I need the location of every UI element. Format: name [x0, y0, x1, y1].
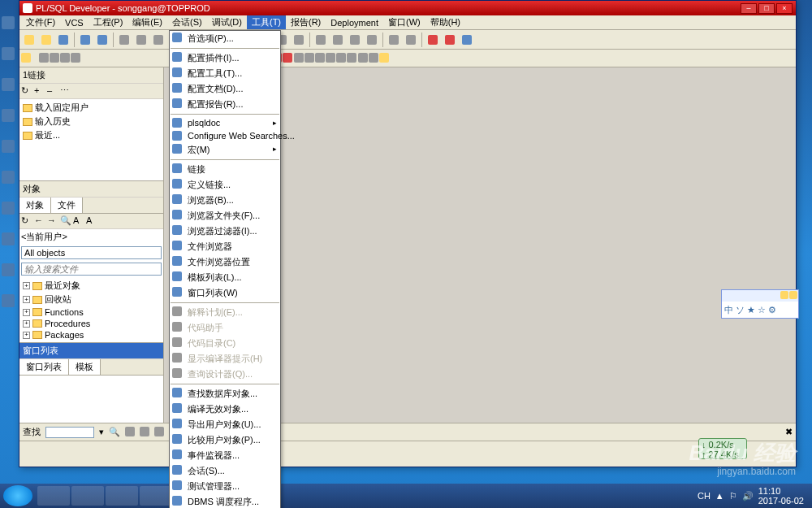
tab-窗口列表[interactable]: 窗口列表 — [19, 359, 69, 375]
toolbar-button[interactable] — [386, 32, 402, 48]
desktop-icon[interactable] — [2, 232, 15, 245]
refresh-icon[interactable]: ↻ — [21, 215, 32, 227]
ime-char[interactable]: 中 — [724, 304, 733, 316]
toggle-icon[interactable]: A — [73, 215, 84, 227]
save-button[interactable] — [55, 32, 71, 48]
toolbar-button[interactable] — [347, 53, 356, 64]
menu-item-doc[interactable]: 配置文档(D)... — [170, 81, 280, 97]
toolbar-button[interactable] — [369, 53, 378, 64]
start-button[interactable] — [3, 485, 32, 506]
menu-item-session[interactable]: 会话(S)... — [170, 463, 280, 479]
menu-h[interactable]: 帮助(H) — [425, 15, 465, 29]
menu-item-template[interactable]: 模板列表(L)... — [170, 270, 280, 285]
tray-icon[interactable]: ⚐ — [729, 491, 737, 501]
menu-item-test[interactable]: 测试管理器... — [170, 479, 280, 494]
forward-icon[interactable]: → — [47, 215, 58, 227]
ime-btn[interactable] — [780, 291, 788, 299]
menu-item-folder[interactable]: 浏览器文件夹(F)... — [170, 208, 280, 224]
toolbar-button[interactable] — [330, 32, 346, 48]
new-button[interactable] — [21, 32, 37, 48]
toolbar-button[interactable] — [60, 53, 70, 64]
menu-item-browser[interactable]: 浏览器(B)... — [170, 193, 280, 208]
menu-vcs[interactable]: VCS — [60, 17, 89, 28]
toolbar-button[interactable] — [336, 53, 346, 64]
menu-r[interactable]: 报告(R) — [286, 15, 326, 29]
toolbar-button[interactable] — [326, 53, 335, 64]
add-icon[interactable]: + — [34, 85, 45, 97]
menu-p[interactable]: 工程(P) — [89, 15, 128, 29]
toolbar-button[interactable] — [150, 32, 166, 48]
menu-item-filter[interactable]: 浏览器过滤器(I)... — [170, 224, 280, 239]
ime-char[interactable]: ☆ — [758, 305, 766, 315]
toolbar-button[interactable] — [304, 53, 314, 64]
menu-s[interactable]: 会话(S) — [167, 15, 207, 29]
toolbar-button[interactable] — [379, 53, 389, 64]
toolbar-button[interactable] — [442, 32, 458, 48]
ime-toolbar[interactable]: 中ソ★☆⚙ — [721, 289, 799, 319]
find-icon[interactable]: 🔍 — [60, 215, 71, 227]
toolbar-button[interactable] — [154, 427, 164, 438]
refresh-icon[interactable]: ↻ — [21, 85, 32, 97]
taskbar-item[interactable] — [37, 486, 70, 506]
tray-icon[interactable]: ▲ — [715, 491, 724, 501]
ime-char[interactable]: ★ — [747, 305, 755, 315]
toggle-icon[interactable]: A — [86, 215, 97, 227]
toolbar-button[interactable] — [140, 427, 149, 438]
tab-文件[interactable]: 文件 — [51, 198, 83, 213]
tree-item[interactable]: 输入历史 — [23, 115, 160, 128]
close-findbar-icon[interactable]: ✖ — [785, 427, 793, 437]
toolbar-button[interactable] — [315, 53, 325, 64]
ime-char[interactable]: ⚙ — [768, 305, 776, 315]
menu-item-floc[interactable]: 文件浏览器位置 — [170, 254, 280, 270]
find-next-icon[interactable]: 🔍 — [109, 427, 120, 437]
toolbar-button[interactable] — [133, 32, 149, 48]
menu-item-wrench[interactable]: 首选项(P)... — [170, 31, 280, 46]
toolbar-button[interactable] — [294, 53, 304, 64]
more-icon[interactable]: ⋯ — [60, 85, 71, 97]
expand-icon[interactable]: + — [23, 309, 30, 316]
taskbar-item[interactable] — [106, 486, 138, 506]
menu-item-winlist[interactable]: 窗口列表(W) — [170, 285, 280, 301]
find-dropdown-icon[interactable]: ▾ — [99, 427, 104, 437]
redo-button[interactable] — [94, 32, 110, 48]
menu-e[interactable]: 编辑(E) — [127, 15, 167, 29]
minimize-button[interactable]: – — [741, 3, 757, 14]
menu-t[interactable]: 工具(T) — [247, 15, 286, 29]
menu-item-plug[interactable]: 配置插件(I)... — [170, 50, 280, 66]
tree-item[interactable]: 载入固定用户 — [23, 101, 160, 115]
desktop-icon[interactable] — [2, 109, 15, 122]
remove-icon[interactable]: – — [47, 85, 58, 97]
taskbar-item[interactable] — [71, 486, 104, 506]
tray-clock[interactable]: 11:10 2017-06-02 — [758, 486, 804, 506]
menu-item-deflink[interactable]: 定义链接... — [170, 177, 280, 193]
menu-item-export[interactable]: 导出用户对象(U)... — [170, 417, 280, 432]
toolbar-button[interactable] — [125, 427, 135, 438]
desktop-icon[interactable] — [2, 47, 15, 60]
desktop-icon[interactable] — [2, 263, 15, 276]
close-button[interactable]: × — [776, 3, 793, 14]
menu-item-item[interactable]: plsqldoc▸ — [170, 116, 280, 129]
menu-item-tool[interactable]: 配置工具(T)... — [170, 66, 280, 81]
expand-icon[interactable]: + — [23, 282, 30, 289]
desktop-icon[interactable] — [2, 171, 15, 184]
undo-button[interactable] — [77, 32, 93, 48]
maximize-button[interactable]: □ — [758, 3, 775, 14]
taskbar-item[interactable] — [140, 486, 172, 506]
expand-icon[interactable]: + — [23, 296, 30, 303]
tree-item[interactable]: +回收站 — [23, 293, 160, 306]
tree-item[interactable]: +Procedures — [23, 318, 160, 329]
toolbar-button[interactable] — [50, 53, 59, 64]
menu-item-monitor[interactable]: 事件监视器... — [170, 448, 280, 463]
object-search-input[interactable] — [21, 263, 162, 276]
toolbar-button[interactable] — [39, 53, 49, 64]
desktop-icon[interactable] — [2, 140, 15, 153]
menu-item-sched[interactable]: DBMS 调度程序... — [170, 494, 280, 508]
toolbar-button[interactable] — [403, 32, 419, 48]
toolbar-button[interactable] — [425, 32, 441, 48]
toolbar-button[interactable] — [313, 32, 329, 48]
tree-item[interactable]: +Packages — [23, 329, 160, 341]
menu-w[interactable]: 窗口(W) — [383, 15, 425, 29]
all-objects-dropdown[interactable] — [21, 246, 162, 259]
toolbar-button[interactable] — [364, 32, 380, 48]
tray-lang[interactable]: CH — [698, 491, 710, 501]
